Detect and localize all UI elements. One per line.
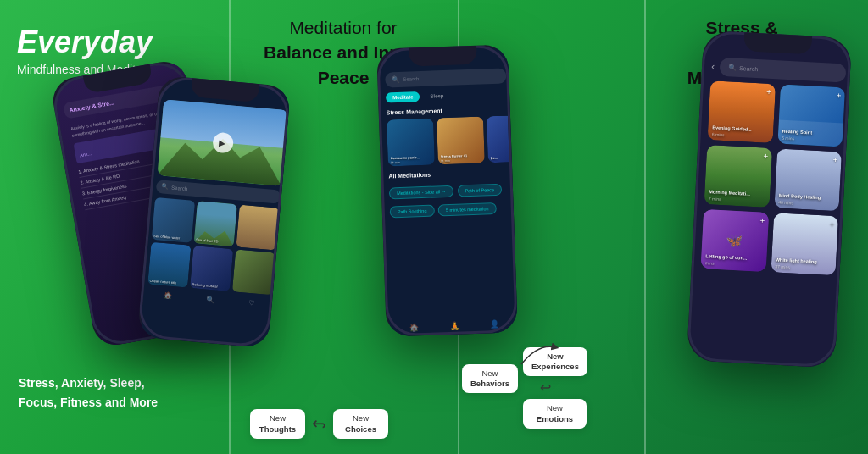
- flow-behaviors-line1: New: [481, 368, 498, 378]
- p3-pill-4[interactable]: 5 minutes meditation: [438, 202, 497, 216]
- p3-tab-sleep[interactable]: Sleep: [423, 91, 450, 102]
- flow-box-thoughts: New Thoughts: [250, 409, 305, 439]
- p4-plus-1[interactable]: +: [766, 87, 771, 97]
- p2-grid-item-5: Relaxing musical: [190, 246, 233, 291]
- p4-item-1: + Evening Guided... 6 mins: [708, 80, 776, 143]
- flow-choices-line2: Choices: [345, 424, 376, 434]
- p3-pill-3[interactable]: Path Soothing: [390, 205, 435, 219]
- p4-item-6: + White light healing 37 mins: [771, 213, 838, 275]
- p4-search-bar[interactable]: 🔍 Search: [720, 58, 847, 83]
- p3-pill-2[interactable]: Path of Peace: [457, 184, 502, 197]
- p2-search-text: Search: [171, 185, 187, 192]
- p4-plus-3[interactable]: +: [763, 152, 768, 161]
- p4-item-5: 🦋 + Letting go of con... mins: [701, 209, 769, 272]
- p3-stress-section-title: Stress Management: [387, 105, 508, 115]
- p2-nav-icon-2: 🔍: [206, 296, 215, 304]
- p2-item-label-1: Sea of blue water: [153, 234, 180, 241]
- p4-item-2: + Healing Spirit 5 mins: [777, 85, 845, 147]
- flow-section3: New Behaviors New Experiences ↩ New Emot…: [462, 364, 636, 446]
- flow-curve-arrow: [517, 335, 559, 368]
- p2-grid-item-4: Ocean nature title: [147, 242, 191, 288]
- p3-card-label-1: Overcome panic... 36 min: [391, 156, 420, 164]
- p3-nav-home: 🏠: [409, 323, 419, 331]
- p1-banner-text: Anx...: [80, 151, 92, 158]
- p3-card-label-3: De...: [491, 157, 498, 161]
- flow-box-behaviors: New Behaviors: [462, 364, 518, 394]
- p3-meditation-cards: Overcome panic... 36 min Stress Buster #…: [387, 115, 509, 166]
- p3-card-label-2: Stress Buster #1 31 min: [441, 154, 468, 163]
- p2-grid-item-3: [236, 205, 279, 251]
- p3-search-placeholder: Search: [403, 76, 419, 82]
- flow-arrow-1: ↩: [312, 414, 326, 435]
- p4-plus-5[interactable]: +: [760, 215, 765, 224]
- p2-grid-item-1: Sea of blue water: [152, 197, 195, 243]
- p2-nature-grid: Sea of blue water Sea of blue 2D Ocean n…: [147, 197, 279, 295]
- p4-back-icon[interactable]: ‹: [711, 60, 715, 72]
- flow-arrow-exp: ↩: [523, 379, 551, 396]
- p3-nav-meditate: 🧘: [449, 322, 459, 330]
- p3-tab-meditate[interactable]: Meditate: [386, 91, 420, 102]
- p2-nav-icon-1: 🏠: [164, 291, 173, 300]
- p4-header: ‹ 🔍 Search: [711, 57, 847, 82]
- phone-meditation-app: 🔍 Search Meditate Sleep Stress Managemen…: [376, 44, 518, 336]
- p3-card-2: Stress Buster #1 31 min: [437, 116, 485, 164]
- p2-grid-item-2: Sea of blue 2D: [194, 201, 237, 246]
- flow-behaviors-line2: Behaviors: [470, 379, 509, 388]
- p4-search-text: Search: [739, 64, 759, 71]
- divider-3: [644, 0, 646, 454]
- bottom-left-text: Stress, Anxiety, Sleep, Focus, Fitness a…: [19, 374, 158, 412]
- p4-plus-6[interactable]: +: [829, 219, 834, 229]
- flow-thoughts-line1: New: [270, 413, 286, 423]
- p3-card-3: De...: [487, 115, 509, 163]
- p3-tabs: Meditate Sleep: [386, 88, 507, 102]
- flow-box-choices: New Choices: [333, 409, 388, 439]
- flow-section2: New Thoughts ↩ New Choices: [250, 409, 388, 439]
- p3-search-icon: 🔍: [392, 75, 400, 83]
- p4-categories-grid: + Evening Guided... 6 mins + Healing Spi…: [701, 80, 845, 275]
- p3-pills-container: Meditations - Side all → Path of Peace P…: [389, 179, 511, 220]
- flow-em-line1: New: [547, 403, 563, 412]
- p3-search-bar[interactable]: 🔍 Search: [385, 68, 507, 87]
- bottom-line1: Stress, Anxiety, Sleep,: [19, 376, 145, 390]
- p2-grid-item-6: [232, 249, 275, 295]
- p3-bottom-nav: 🏠 🧘 👤: [393, 319, 515, 332]
- flow-em-line2: Emotions: [537, 414, 573, 424]
- p2-nav-icon-3: ♡: [248, 299, 254, 307]
- p3-pill-1[interactable]: Meditations - Side all →: [389, 185, 454, 200]
- phone-categories: ‹ 🔍 Search + Evening Guided... 6 mins: [687, 30, 852, 368]
- app-headline: Everyday: [17, 25, 186, 59]
- flow-thoughts-line2: Thoughts: [259, 424, 296, 434]
- p4-plus-2[interactable]: +: [836, 91, 841, 100]
- p4-plus-4[interactable]: +: [832, 155, 837, 164]
- p4-item-4: + Mind Body Healing 40 mins: [774, 148, 842, 211]
- p4-item-3: + Morning Meditati... 7 mins: [704, 145, 772, 208]
- p3-card-1: Overcome panic... 36 min: [387, 119, 435, 167]
- p3-all-meditations-title: All Meditations: [388, 169, 509, 179]
- p4-search-icon: 🔍: [728, 64, 737, 72]
- phone-nature: ▶ 🔍 Search Sea of blue water Sea of blue…: [137, 75, 291, 348]
- p3-nav-profile: 👤: [490, 320, 499, 329]
- p2-landscape: ▶: [157, 99, 287, 185]
- flow-choices-line1: New: [353, 413, 369, 423]
- flow-box-emotions: New Emotions: [523, 399, 587, 429]
- bottom-line2: Focus, Fitness and More: [19, 396, 158, 409]
- search-icon: 🔍: [161, 183, 170, 191]
